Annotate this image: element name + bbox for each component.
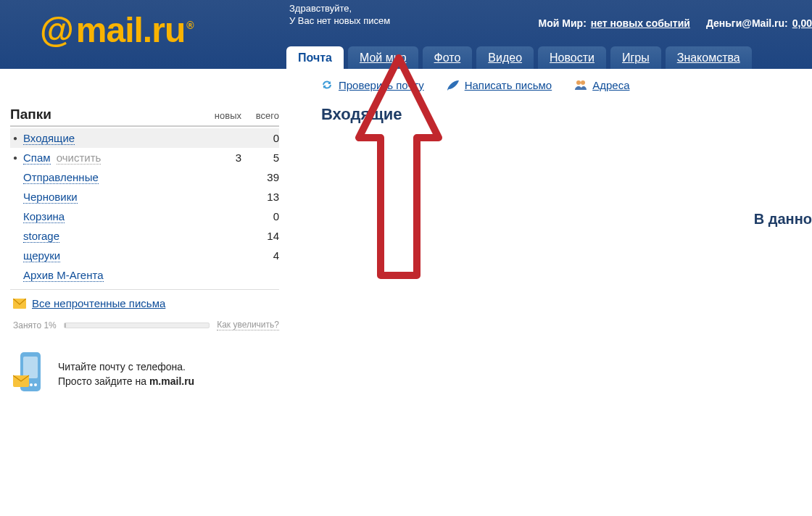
folders-header: Папки новых всего [10,107,279,127]
col-new: новых [204,110,241,121]
promo-line1: Читайте почту с телефона. [58,359,194,374]
folder-total-count: 0 [241,132,279,144]
folder-total-count: 13 [241,191,279,203]
storage-how-link[interactable]: Как увеличить? [217,320,279,330]
folder-link[interactable]: storage [23,230,59,243]
promo-line2b: m.mail.ru [149,375,194,387]
compose-link[interactable]: Написать письмо [465,79,552,91]
logo-reg-icon: ® [186,20,193,31]
folder-link[interactable]: Черновики [23,191,78,204]
folder-total-count: 14 [241,230,279,242]
folder-name: Спам очистить [23,151,204,164]
folder-row[interactable]: Корзина0 [10,207,279,226]
folder-name: Черновики [23,191,204,203]
storage-bar [64,322,210,328]
quill-icon [446,78,460,92]
sidebar: Папки новых всего ●Входящие0●Спам очисти… [0,99,286,396]
top-links: Мой Мир: нет новых событий Деньги@Mail.r… [539,17,812,29]
tab-1[interactable]: Мой мир [348,46,418,69]
unread-link-row[interactable]: Все непрочтенные письма [10,297,279,309]
check-mail-link[interactable]: Проверить почту [339,79,424,91]
folder-total-count: 0 [241,210,279,222]
folder-row[interactable]: storage14 [10,226,279,246]
folder-total-count: 5 [241,151,279,164]
logo-text: mail.ru [76,10,185,50]
folders-list: ●Входящие0●Спам очистить35Отправленные39… [10,128,279,285]
action-compose[interactable]: Написать письмо [446,78,552,92]
tabs: ПочтаМой мирФотоВидеоНовостиИгрыЗнакомст… [286,46,752,69]
folder-link[interactable]: Спам [23,151,51,165]
folder-link[interactable]: Корзина [23,210,65,223]
folder-row[interactable]: ●Входящие0 [10,128,279,148]
svg-point-1 [581,80,585,85]
tab-3[interactable]: Видео [476,46,534,69]
bullet-icon: ● [13,134,23,142]
storage-row: Занято 1% Как увеличить? [10,320,279,330]
folder-name: Архив М-Агента [23,269,204,281]
contacts-link[interactable]: Адреса [592,79,629,91]
storage-fill [65,323,66,328]
content: Входящие В данно [286,99,812,396]
top-link-moymir[interactable]: Мой Мир: нет новых событий [539,17,690,29]
logo-at-icon: @ [40,10,73,50]
phone-icon [13,351,46,396]
svg-point-7 [34,383,37,386]
folder-link[interactable]: Входящие [23,132,75,145]
action-contacts[interactable]: Адреса [573,78,629,92]
tab-6[interactable]: Знакомства [666,46,752,69]
folder-total-count: 4 [241,249,279,262]
folders-title: Папки [10,107,204,122]
folder-new-count: 3 [204,151,241,164]
tab-4[interactable]: Новости [538,46,606,69]
logo[interactable]: @mail.ru® [0,0,286,69]
folder-total-count: 39 [241,171,279,183]
unread-link[interactable]: Все непрочтенные письма [32,297,165,309]
top-link-money[interactable]: Деньги@Mail.ru: 0,00 [706,17,812,29]
svg-point-0 [576,80,581,85]
envelope-icon [13,299,26,309]
folder-row[interactable]: ●Спам очистить35 [10,148,279,167]
greeting-line1: Здравствуйте, [289,2,812,14]
people-icon [573,78,588,92]
action-bar: Проверить почту Написать письмо Адреса [0,69,812,99]
divider [10,289,279,290]
promo-line2a: Просто зайдите на [58,375,149,387]
promo-text: Читайте почту с телефона. Просто зайдите… [58,359,194,388]
col-total: всего [241,110,279,121]
main: Папки новых всего ●Входящие0●Спам очисти… [0,99,812,396]
money-label: Деньги@Mail.ru: [706,17,788,29]
folder-link[interactable]: Отправленные [23,171,99,184]
tab-0[interactable]: Почта [286,46,344,69]
folder-row[interactable]: Архив М-Агента [10,265,279,285]
tab-5[interactable]: Игры [610,46,661,69]
folder-extra-link[interactable]: очистить [57,151,102,165]
folder-name: Корзина [23,210,204,222]
content-heading: Входящие [321,105,812,124]
folder-name: storage [23,230,204,242]
header: @mail.ru® Здравствуйте, У Вас нет новых … [0,0,812,69]
bullet-icon: ● [13,154,23,162]
folder-row[interactable]: Отправленные39 [10,167,279,187]
svg-rect-4 [23,357,38,378]
refresh-icon [320,78,334,92]
promo: Читайте почту с телефона. Просто зайдите… [10,351,279,396]
moymir-link[interactable]: нет новых событий [591,17,690,29]
folder-row[interactable]: Черновики13 [10,187,279,207]
tab-2[interactable]: Фото [423,46,473,69]
folder-name: Отправленные [23,171,204,183]
storage-used: Занято 1% [13,320,57,330]
moymir-label: Мой Мир: [539,17,587,29]
folder-row[interactable]: щеруки4 [10,246,279,265]
folder-name: щеруки [23,249,204,262]
folder-link[interactable]: Архив М-Агента [23,269,104,282]
action-check-mail[interactable]: Проверить почту [320,78,424,92]
header-right: Здравствуйте, У Вас нет новых писем Мой … [286,0,812,69]
folder-name: Входящие [23,132,204,144]
content-body: В данно [321,211,812,228]
money-link[interactable]: 0,00 [792,17,812,29]
folder-link[interactable]: щеруки [23,249,60,262]
svg-point-6 [30,383,33,386]
